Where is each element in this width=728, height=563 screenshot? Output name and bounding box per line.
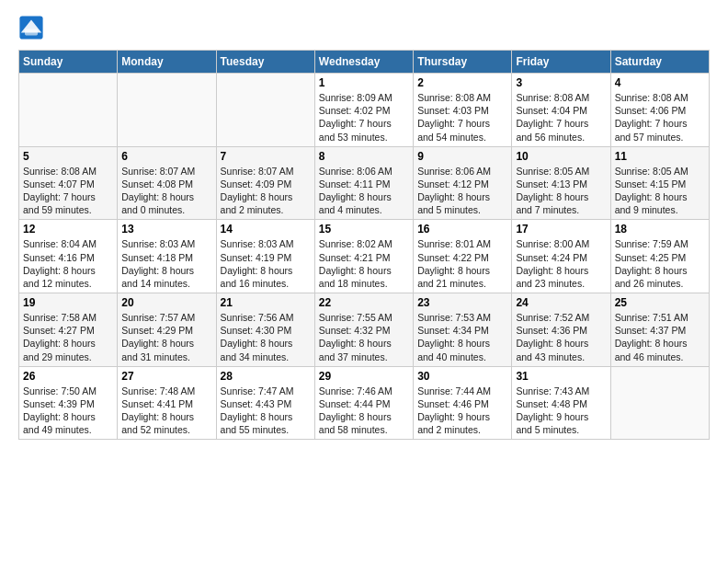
calendar-table: SundayMondayTuesdayWednesdayThursdayFrid… [18,50,710,440]
calendar-cell: 6Sunrise: 8:07 AM Sunset: 4:08 PM Daylig… [118,146,216,220]
calendar-cell: 13Sunrise: 8:03 AM Sunset: 4:18 PM Dayli… [118,220,216,293]
calendar-cell: 14Sunrise: 8:03 AM Sunset: 4:19 PM Dayli… [216,220,314,293]
day-number: 4 [615,76,705,89]
day-info: Sunrise: 8:00 AM Sunset: 4:24 PM Dayligh… [516,237,606,290]
day-info: Sunrise: 8:07 AM Sunset: 4:08 PM Dayligh… [121,165,211,217]
day-info: Sunrise: 7:48 AM Sunset: 4:41 PM Dayligh… [121,385,211,437]
logo [18,15,46,40]
calendar-cell [610,366,709,440]
day-number: 24 [516,296,606,309]
day-number: 20 [121,296,211,309]
calendar-cell: 20Sunrise: 7:57 AM Sunset: 4:29 PM Dayli… [118,293,216,367]
calendar-cell [216,74,314,147]
calendar-cell: 9Sunrise: 8:06 AM Sunset: 4:12 PM Daylig… [414,146,512,220]
day-number: 27 [121,370,211,383]
day-number: 13 [121,223,211,236]
day-number: 15 [319,223,409,236]
calendar-cell: 7Sunrise: 8:07 AM Sunset: 4:09 PM Daylig… [216,146,314,220]
day-info: Sunrise: 7:51 AM Sunset: 4:37 PM Dayligh… [615,311,705,363]
calendar-cell: 16Sunrise: 8:01 AM Sunset: 4:22 PM Dayli… [414,220,512,293]
day-info: Sunrise: 7:56 AM Sunset: 4:30 PM Dayligh… [221,311,311,363]
day-number: 2 [417,76,507,89]
day-info: Sunrise: 8:03 AM Sunset: 4:18 PM Dayligh… [121,237,211,290]
calendar-cell: 31Sunrise: 7:43 AM Sunset: 4:48 PM Dayli… [512,366,610,440]
day-info: Sunrise: 8:01 AM Sunset: 4:22 PM Dayligh… [417,237,507,290]
day-number: 26 [23,370,113,383]
week-row-1: 1Sunrise: 8:09 AM Sunset: 4:02 PM Daylig… [19,74,710,147]
day-info: Sunrise: 8:08 AM Sunset: 4:07 PM Dayligh… [23,165,113,217]
day-info: Sunrise: 7:52 AM Sunset: 4:36 PM Dayligh… [516,311,606,363]
weekday-header-row: SundayMondayTuesdayWednesdayThursdayFrid… [19,51,710,74]
day-number: 1 [319,76,409,89]
day-number: 14 [221,223,311,236]
calendar-cell: 17Sunrise: 8:00 AM Sunset: 4:24 PM Dayli… [512,220,610,293]
calendar-cell: 19Sunrise: 7:58 AM Sunset: 4:27 PM Dayli… [19,293,118,367]
day-number: 11 [615,150,705,163]
day-info: Sunrise: 8:08 AM Sunset: 4:06 PM Dayligh… [615,91,705,144]
day-info: Sunrise: 7:59 AM Sunset: 4:25 PM Dayligh… [615,237,705,290]
calendar-cell: 8Sunrise: 8:06 AM Sunset: 4:11 PM Daylig… [314,146,413,220]
day-number: 31 [516,370,606,383]
day-info: Sunrise: 8:08 AM Sunset: 4:03 PM Dayligh… [417,91,507,144]
day-number: 25 [615,296,705,309]
week-row-5: 26Sunrise: 7:50 AM Sunset: 4:39 PM Dayli… [19,366,710,440]
calendar-cell: 29Sunrise: 7:46 AM Sunset: 4:44 PM Dayli… [314,366,413,440]
day-number: 21 [221,296,311,309]
day-number: 17 [516,223,606,236]
day-number: 6 [121,150,211,163]
calendar-cell: 22Sunrise: 7:55 AM Sunset: 4:32 PM Dayli… [314,293,413,367]
day-number: 9 [417,150,507,163]
calendar-cell: 21Sunrise: 7:56 AM Sunset: 4:30 PM Dayli… [216,293,314,367]
day-number: 3 [516,76,606,89]
day-number: 8 [319,150,409,163]
logo-icon [18,15,44,40]
day-number: 10 [516,150,606,163]
day-info: Sunrise: 8:08 AM Sunset: 4:04 PM Dayligh… [516,91,606,144]
day-info: Sunrise: 8:06 AM Sunset: 4:11 PM Dayligh… [319,165,409,217]
day-info: Sunrise: 7:44 AM Sunset: 4:46 PM Dayligh… [417,385,507,437]
week-row-2: 5Sunrise: 8:08 AM Sunset: 4:07 PM Daylig… [19,146,710,220]
day-info: Sunrise: 7:43 AM Sunset: 4:48 PM Dayligh… [516,385,606,437]
weekday-saturday: Saturday [610,51,709,74]
calendar-cell: 1Sunrise: 8:09 AM Sunset: 4:02 PM Daylig… [314,74,413,147]
day-number: 16 [417,223,507,236]
weekday-thursday: Thursday [414,51,512,74]
weekday-friday: Friday [512,51,610,74]
calendar-cell: 28Sunrise: 7:47 AM Sunset: 4:43 PM Dayli… [216,366,314,440]
day-number: 30 [417,370,507,383]
calendar-cell: 3Sunrise: 8:08 AM Sunset: 4:04 PM Daylig… [512,74,610,147]
calendar-cell [19,74,118,147]
day-number: 23 [417,296,507,309]
weekday-sunday: Sunday [19,51,118,74]
day-info: Sunrise: 8:06 AM Sunset: 4:12 PM Dayligh… [417,165,507,217]
day-number: 22 [319,296,409,309]
day-number: 29 [319,370,409,383]
day-info: Sunrise: 8:03 AM Sunset: 4:19 PM Dayligh… [221,237,311,290]
day-info: Sunrise: 7:57 AM Sunset: 4:29 PM Dayligh… [121,311,211,363]
day-info: Sunrise: 8:02 AM Sunset: 4:21 PM Dayligh… [319,237,409,290]
weekday-wednesday: Wednesday [314,51,413,74]
calendar-cell: 15Sunrise: 8:02 AM Sunset: 4:21 PM Dayli… [314,220,413,293]
calendar-cell: 2Sunrise: 8:08 AM Sunset: 4:03 PM Daylig… [414,74,512,147]
day-info: Sunrise: 7:46 AM Sunset: 4:44 PM Dayligh… [319,385,409,437]
day-info: Sunrise: 7:47 AM Sunset: 4:43 PM Dayligh… [221,385,311,437]
calendar-cell: 25Sunrise: 7:51 AM Sunset: 4:37 PM Dayli… [610,293,709,367]
calendar-cell: 12Sunrise: 8:04 AM Sunset: 4:16 PM Dayli… [19,220,118,293]
calendar-cell: 5Sunrise: 8:08 AM Sunset: 4:07 PM Daylig… [19,146,118,220]
calendar-body: 1Sunrise: 8:09 AM Sunset: 4:02 PM Daylig… [19,74,710,440]
day-number: 28 [221,370,311,383]
week-row-4: 19Sunrise: 7:58 AM Sunset: 4:27 PM Dayli… [19,293,710,367]
svg-rect-2 [25,29,38,35]
calendar-cell: 23Sunrise: 7:53 AM Sunset: 4:34 PM Dayli… [414,293,512,367]
day-info: Sunrise: 7:58 AM Sunset: 4:27 PM Dayligh… [23,311,113,363]
weekday-monday: Monday [118,51,216,74]
day-info: Sunrise: 8:05 AM Sunset: 4:13 PM Dayligh… [516,165,606,217]
calendar-cell: 4Sunrise: 8:08 AM Sunset: 4:06 PM Daylig… [610,74,709,147]
day-info: Sunrise: 8:05 AM Sunset: 4:15 PM Dayligh… [615,165,705,217]
week-row-3: 12Sunrise: 8:04 AM Sunset: 4:16 PM Dayli… [19,220,710,293]
day-number: 5 [23,150,113,163]
header [18,15,710,40]
calendar-cell: 18Sunrise: 7:59 AM Sunset: 4:25 PM Dayli… [610,220,709,293]
page: SundayMondayTuesdayWednesdayThursdayFrid… [0,0,728,449]
day-number: 19 [23,296,113,309]
